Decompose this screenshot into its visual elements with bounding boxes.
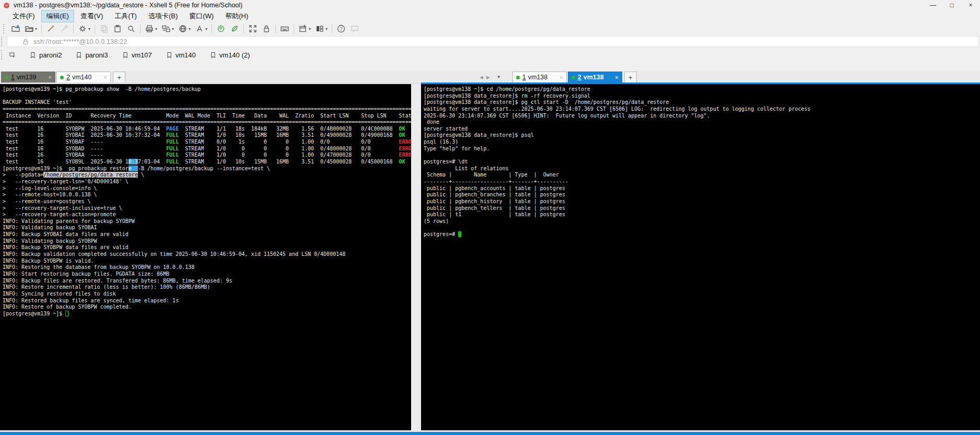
toolbar-separator (243, 25, 244, 33)
new-session-icon (11, 24, 20, 33)
minimize-button[interactable]: — (924, 0, 942, 10)
session-shortcut-vm107[interactable]: vm107 (119, 50, 155, 60)
address-url: ssh://root:******@10.0.0.138:22 (33, 38, 127, 45)
print-button[interactable]: ▾ (143, 23, 159, 34)
dropdown-arrow-icon[interactable]: ▾ (189, 27, 191, 31)
terminal-line: test 16 SYOBPW 2025-06-30 10:46:59-04 PA… (3, 126, 411, 133)
terminal-line: INFO: Validating parents for backup SYOB… (3, 218, 411, 225)
menu-item-2[interactable]: 查看(V) (75, 10, 108, 22)
terminal-line: INFO: Validating backup SYOBPW (3, 238, 411, 245)
dropdown-arrow-icon[interactable]: ▾ (309, 27, 311, 31)
tab-close-icon[interactable]: × (615, 74, 618, 80)
terminal-tab-vm138-2[interactable]: 2vm138× (568, 72, 622, 83)
terminal-line: [postgres@vm138 data_restore]$ psql (424, 132, 980, 139)
session-properties-icon (78, 24, 87, 33)
new-tab-button[interactable]: + (113, 72, 125, 83)
terminal-line: INFO: Start restoring backup files. PGDA… (3, 271, 411, 278)
web-browser-button[interactable]: ▾ (177, 23, 192, 34)
tab-host-label: vm140 (72, 74, 92, 81)
copy-icon (99, 24, 109, 33)
address-field[interactable]: ssh://root:******@10.0.0.138:22 (7, 36, 979, 47)
xagent-leaf-button[interactable] (228, 23, 241, 34)
menu-item-3[interactable]: 工具(T) (109, 10, 142, 22)
xshell-green-button[interactable] (215, 23, 227, 34)
xshell-window: vm138 - postgres@vm138:~/pg/data_restore… (0, 0, 980, 435)
title-bar: vm138 - postgres@vm138:~/pg/data_restore… (0, 0, 980, 10)
terminal-tab-vm138-1[interactable]: 1vm138× (512, 72, 567, 83)
terminal-line: INFO: Backup SYOBPW is valid. (3, 258, 411, 265)
tab-close-icon[interactable]: × (559, 74, 563, 80)
session-properties-button[interactable]: ▾ (76, 23, 92, 34)
session-shortcut-vm140-2-[interactable]: vm140 (2) (206, 50, 253, 60)
find-button[interactable] (125, 23, 137, 34)
new-session-button[interactable] (9, 23, 22, 34)
paste-icon (113, 24, 122, 33)
close-button[interactable]: × (961, 0, 980, 10)
terminal-line: > --remote-host=10.0.0.138 \ (3, 192, 411, 198)
dropdown-arrow-icon[interactable]: ▾ (88, 27, 90, 31)
open-session-button[interactable]: ▾ (23, 23, 39, 34)
dropdown-arrow-icon[interactable]: ▾ (172, 27, 174, 31)
menu-item-6[interactable]: 帮助(H) (220, 10, 253, 22)
terminal-line: INFO: Validating backup SYOBAI (3, 225, 411, 231)
terminal-line: > --remote-user=postgres \ (3, 198, 411, 205)
fullscreen-button[interactable] (247, 23, 259, 34)
virtual-keyboard-button[interactable] (278, 23, 291, 34)
bookmark-icon (209, 51, 217, 59)
menu-item-5[interactable]: 窗口(W) (184, 10, 219, 22)
session-shortcut-paroni3[interactable]: paroni3 (72, 50, 111, 60)
dropdown-arrow-icon[interactable]: ▾ (35, 27, 37, 31)
tab-list-dropdown-icon[interactable]: ▼ (497, 75, 501, 79)
copy-button (98, 23, 110, 34)
dropdown-arrow-icon[interactable]: ▾ (205, 27, 207, 31)
terminal-line: psql (16.3) (424, 139, 980, 146)
web-browser-icon (178, 24, 188, 33)
dropdown-arrow-icon[interactable]: ▾ (155, 27, 157, 31)
menu-item-4[interactable]: 选项卡(B) (143, 10, 183, 22)
terminal-line: --------+------------------+-------+----… (424, 179, 980, 185)
connect-button[interactable] (44, 23, 57, 34)
tab-scroll-left-icon[interactable]: ◀ (480, 75, 483, 80)
help-button[interactable]: ? (335, 23, 347, 34)
xshell-green-icon (216, 24, 226, 33)
bookmark-icon (122, 51, 129, 59)
tab-close-icon[interactable]: × (104, 74, 107, 80)
right-terminal-output[interactable]: [postgres@vm138 ~]$ cd /home/postgres/pg… (421, 84, 980, 430)
bookmark-icon (75, 51, 83, 59)
tab-close-icon[interactable]: × (49, 74, 52, 80)
dropdown-arrow-icon[interactable]: ▾ (325, 27, 328, 31)
toolbar-grip[interactable] (1, 37, 5, 46)
terminal-line: INFO: Restoring the database from backup… (3, 264, 411, 271)
new-tab-button[interactable]: + (624, 72, 637, 83)
connect-icon (46, 24, 55, 33)
font-button[interactable]: ▾ (193, 23, 209, 34)
menu-item-0[interactable]: 文件(F) (7, 10, 40, 22)
session-shortcut-vm140[interactable]: vm140 (162, 50, 199, 60)
terminal-line: public | pgbench_tellers | table | postg… (424, 205, 980, 212)
toolbar-separator (212, 25, 212, 33)
connected-status-dot (516, 76, 520, 79)
terminal-tab-vm140-2[interactable]: 2vm140× (56, 72, 111, 83)
menu-item-1[interactable]: 编辑(E) (41, 10, 74, 22)
new-window-icon (298, 24, 308, 33)
tile-layout-button[interactable]: ▾ (313, 23, 329, 34)
tab-host-label: vm139 (17, 74, 37, 81)
session-bar: paroni2paroni3vm107vm140vm140 (2) (0, 48, 980, 62)
connected-status-dot (571, 76, 575, 79)
left-terminal-output[interactable]: [postgres@vm139 ~]$ pg_probackup show -B… (0, 84, 411, 430)
session-manager-button[interactable] (7, 50, 21, 60)
session-shortcut-paroni2[interactable]: paroni2 (26, 50, 65, 60)
terminal-tab-vm139-1[interactable]: 1vm139× (1, 72, 55, 83)
tab-scroll-right-icon[interactable]: ▶ (486, 75, 490, 80)
terminal-line: Type "help" for help. (424, 146, 980, 152)
virtual-keyboard-icon (280, 24, 289, 33)
maximize-button[interactable]: □ (942, 0, 961, 10)
workspace: 1vm139×2vm140×+ [postgres@vm139 ~]$ pg_p… (0, 71, 980, 432)
new-window-button[interactable]: ▾ (297, 23, 312, 34)
lock-screen-button[interactable] (260, 23, 273, 34)
paste-button[interactable] (111, 23, 124, 34)
file-transfer-button[interactable]: ▾ (160, 23, 176, 34)
toolbar-grip[interactable] (3, 24, 7, 33)
left-tab-strip: 1vm139×2vm140×+ (0, 71, 421, 84)
sessionbar-grip[interactable] (1, 50, 5, 60)
